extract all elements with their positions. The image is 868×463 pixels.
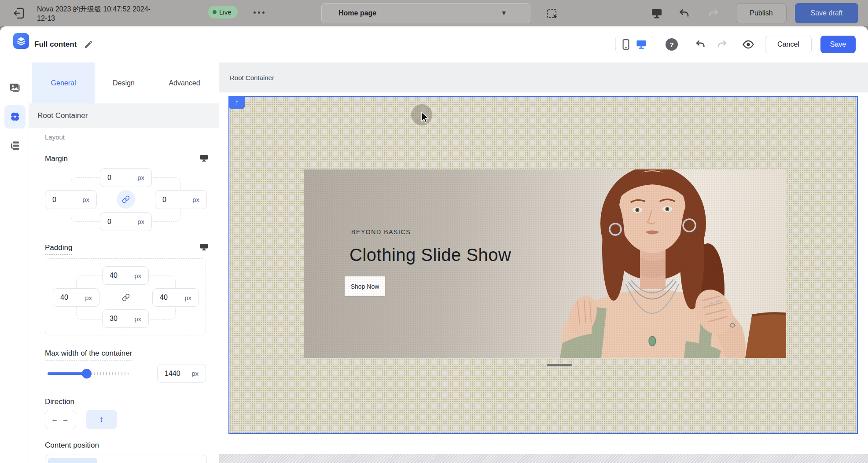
- page-selector-dropdown[interactable]: Home page ▾: [321, 3, 530, 23]
- edit-pencil-icon[interactable]: [84, 40, 93, 49]
- direction-vertical-button[interactable]: ↕: [86, 410, 117, 429]
- editor-card: Full content ?: [0, 26, 868, 463]
- tab-design-label: Design: [113, 79, 135, 87]
- page-title-line1: Nova 2023 的升级版 10:47:52 2024-: [37, 4, 191, 14]
- document-title: Full content: [34, 26, 77, 62]
- monitor-responsive-icon[interactable]: [200, 154, 208, 162]
- save-label: Save: [830, 40, 846, 48]
- settings-panel: General Design Advanced Root Container L…: [29, 62, 219, 463]
- max-width-value: 1440: [165, 370, 180, 378]
- margin-label: Margin: [45, 154, 68, 163]
- redo-icon: [707, 8, 720, 19]
- padding-bottom-value: 30: [110, 315, 118, 323]
- layers-icon: [13, 33, 29, 49]
- tab-general-label: General: [51, 79, 76, 87]
- margin-bottom-input[interactable]: 0px: [100, 212, 152, 231]
- max-width-input[interactable]: 1440px: [157, 364, 206, 383]
- model-photo: [304, 169, 786, 358]
- tab-general[interactable]: General: [32, 62, 95, 103]
- page-title-line2: 12-13: [37, 14, 191, 23]
- undo-icon[interactable]: [695, 39, 706, 50]
- help-icon[interactable]: ?: [666, 38, 678, 51]
- desktop-icon[interactable]: [636, 39, 647, 50]
- editor-body: General Design Advanced Root Container L…: [0, 62, 868, 463]
- more-icon[interactable]: [254, 11, 265, 14]
- shop-now-label: Shop Now: [351, 283, 379, 290]
- slide-heading: Clothing Slide Show: [349, 245, 511, 265]
- slide-pagination-active[interactable]: [547, 364, 572, 366]
- slide-eyebrow: BEYOND BASICS: [351, 228, 411, 235]
- undo-icon[interactable]: [678, 8, 690, 19]
- content-position-control[interactable]: [45, 455, 207, 463]
- left-rail: [0, 62, 29, 463]
- padding-right-value: 40: [160, 294, 168, 301]
- tab-advanced-label: Advanced: [169, 79, 200, 87]
- tab-advanced[interactable]: Advanced: [153, 62, 216, 103]
- padding-bottom-input[interactable]: 30px: [102, 309, 149, 328]
- save-button[interactable]: Save: [820, 36, 856, 53]
- save-draft-label: Save draft: [811, 9, 843, 17]
- desktop-icon[interactable]: [651, 8, 663, 19]
- canvas-backdrop: [219, 454, 868, 463]
- page-builder-app: Nova 2023 的升级版 10:47:52 2024- 12-13 Live…: [0, 0, 868, 463]
- direction-label: Direction: [45, 397, 74, 406]
- media-icon[interactable]: [9, 82, 21, 93]
- exit-editor-icon[interactable]: [12, 7, 26, 20]
- monitor-responsive-icon[interactable]: [200, 243, 208, 251]
- margin-left-value: 0: [52, 196, 56, 204]
- editor-toolbar: Full content ?: [0, 26, 868, 63]
- mobile-icon[interactable]: [622, 39, 630, 50]
- select-parent-button[interactable]: ↑: [228, 96, 245, 109]
- cancel-label: Cancel: [777, 40, 799, 48]
- margin-link-icon[interactable]: [117, 190, 135, 209]
- padding-top-value: 40: [110, 272, 118, 279]
- padding-top-input[interactable]: 40px: [102, 266, 149, 285]
- slide-pagination-inactive[interactable]: [517, 364, 544, 366]
- padding-label: Padding: [45, 243, 72, 255]
- arrow-vertical-icon: ↕: [99, 415, 104, 424]
- select-element-icon[interactable]: [546, 7, 559, 21]
- page-selector-value: Home page: [338, 9, 376, 17]
- save-draft-button[interactable]: Save draft: [795, 3, 858, 23]
- padding-right-input[interactable]: 40px: [152, 288, 199, 307]
- eye-icon[interactable]: [742, 39, 754, 50]
- margin-top-value: 0: [107, 174, 111, 182]
- canvas-breadcrumb-label: Root Container: [230, 74, 274, 81]
- cancel-button[interactable]: Cancel: [765, 36, 812, 53]
- margin-top-input[interactable]: 0px: [100, 168, 152, 187]
- publish-button[interactable]: Publish: [736, 3, 787, 23]
- top-bar: Nova 2023 的升级版 10:47:52 2024- 12-13 Live…: [0, 0, 868, 26]
- redo-icon: [717, 39, 728, 50]
- page-title: Nova 2023 的升级版 10:47:52 2024- 12-13: [37, 4, 191, 23]
- padding-link-icon[interactable]: [117, 288, 135, 307]
- device-preview-toggle: [615, 36, 653, 53]
- page-preview[interactable]: ↑: [219, 92, 868, 454]
- section-header-label: Root Container: [37, 111, 88, 120]
- section-header: Root Container: [29, 103, 219, 128]
- live-label: Live: [219, 8, 232, 16]
- content-position-label: Content position: [45, 441, 99, 450]
- margin-right-value: 0: [162, 196, 166, 204]
- canvas-breadcrumb: Root Container: [219, 62, 868, 92]
- layout-label: Layout: [45, 133, 65, 141]
- content-position-active-segment[interactable]: [48, 458, 97, 463]
- widgets-icon[interactable]: [9, 111, 21, 122]
- margin-right-input[interactable]: 0px: [155, 190, 207, 209]
- margin-bottom-value: 0: [107, 218, 111, 226]
- tab-design[interactable]: Design: [95, 62, 153, 103]
- margin-left-input[interactable]: 0px: [45, 190, 97, 209]
- max-width-label: Max width of the container: [45, 349, 132, 360]
- direction-horizontal-button[interactable]: ← →: [45, 410, 76, 429]
- shop-now-button[interactable]: Shop Now: [345, 276, 385, 296]
- max-width-slider-handle[interactable]: [82, 369, 92, 378]
- structure-icon[interactable]: [9, 140, 21, 151]
- root-container-selection[interactable]: ↑: [228, 96, 858, 434]
- padding-left-value: 40: [60, 294, 68, 301]
- status-badge: Live: [208, 6, 238, 18]
- panel-tabs: General Design Advanced: [29, 62, 219, 103]
- live-dot-icon: [213, 10, 217, 14]
- up-arrow-icon: ↑: [235, 98, 239, 107]
- hero-slide[interactable]: BEYOND BASICS Clothing Slide Show Shop N…: [304, 169, 786, 358]
- canvas: Root Container ↑: [219, 62, 868, 463]
- padding-left-input[interactable]: 40px: [53, 288, 99, 307]
